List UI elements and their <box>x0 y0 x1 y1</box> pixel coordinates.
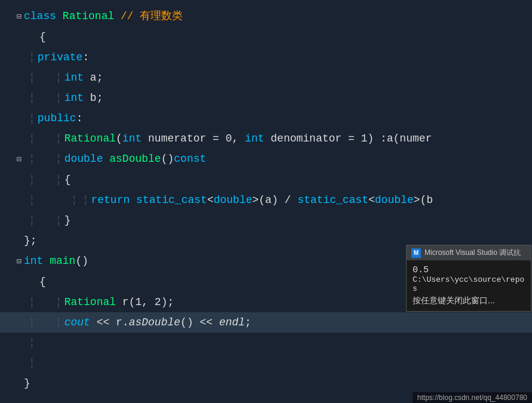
code-line: ¦¦int b; <box>0 88 532 108</box>
token-plain: : <box>82 51 89 63</box>
token-italic-func: asDouble <box>129 316 180 328</box>
indent-guides: ¦ <box>24 48 38 67</box>
token-plain <box>130 194 136 206</box>
token-plain: } <box>64 214 71 226</box>
token-kw-type: double <box>214 194 253 206</box>
line-content: return static_cast<double>(a) / static_c… <box>91 190 433 210</box>
code-line: ¦private: <box>0 47 532 67</box>
guide-bar: ¦ <box>29 68 35 87</box>
token-plain: r(1, 2); <box>116 296 174 308</box>
popup-path: C:\Users\ycc\source\repos <box>413 275 525 293</box>
indent-guides: ¦¦ <box>24 313 64 332</box>
token-plain: { <box>39 31 46 43</box>
line-content: { <box>39 272 46 291</box>
line-content: cout << r.asDouble() << endl; <box>64 313 251 332</box>
token-comment: // 有理数类 <box>121 10 183 22</box>
token-plain: a; <box>84 72 103 84</box>
fold-icon[interactable]: ⊟ <box>17 150 21 169</box>
fold-icon[interactable]: ⊟ <box>17 7 21 26</box>
token-kw-type: double <box>375 194 414 206</box>
code-editor: ⊟class Rational // 有理数类{¦private:¦¦int a… <box>0 0 532 403</box>
popup-hint: 按任意键关闭此窗口... <box>413 296 525 306</box>
line-content: { <box>64 170 71 189</box>
line-content: Rational(int numerator = 0, int denomina… <box>64 129 432 148</box>
token-plain: () <box>75 255 88 267</box>
guide-bar-2: ¦ <box>56 313 62 332</box>
code-line: ¦¦Rational(int numerator = 0, int denomi… <box>0 128 532 149</box>
line-content: int a; <box>64 68 103 87</box>
token-classname: Rational <box>64 296 116 308</box>
guide-bar-2: ¦ <box>56 88 62 107</box>
guide-bar-2: ¦ <box>56 149 62 168</box>
guide-bar: ¦ <box>29 109 35 128</box>
indent-guides: ¦¦ <box>24 293 64 312</box>
token-plain <box>56 10 63 22</box>
vs-icon: M <box>411 248 421 258</box>
code-line: ¦¦{ <box>0 170 532 190</box>
line-content: private: <box>38 48 89 67</box>
token-plain: numerator = 0, <box>142 133 245 144</box>
fold-icon[interactable]: ⊟ <box>17 252 21 271</box>
code-line: ¦ <box>0 333 532 353</box>
token-kw-type: int <box>245 133 264 144</box>
guide-bar: ¦ <box>29 313 35 332</box>
indent-guides: ¦¦ <box>24 129 64 148</box>
guide-bar-2: ¦ <box>56 293 62 312</box>
token-plain: >(a) / <box>253 194 298 206</box>
guide-bar: ¦ <box>29 190 35 210</box>
token-funcname: main <box>50 255 75 267</box>
indent-guides: ¦ <box>24 353 38 373</box>
popup-title: Microsoft Visual Studio 调试抗 <box>425 248 521 258</box>
token-plain: { <box>64 174 71 186</box>
line-content: int main() <box>24 251 88 270</box>
guide-bar: ¦ <box>29 333 35 352</box>
token-access: private <box>38 51 83 63</box>
indent-guides: ¦¦¦ <box>24 190 91 210</box>
token-plain: : <box>76 112 83 124</box>
code-line: } <box>0 373 532 393</box>
token-plain: ( <box>116 133 122 144</box>
token-kw: static_cast <box>136 194 207 206</box>
guide-bar: ¦ <box>29 353 35 373</box>
code-line: ¦ <box>0 353 532 373</box>
code-line: ¦¦¦return static_cast<double>(a) / stati… <box>0 190 532 210</box>
popup-window: M Microsoft Visual Studio 调试抗 0.5 C:\Use… <box>406 245 531 312</box>
guide-bar: ¦ <box>29 170 35 189</box>
token-plain: << r. <box>90 316 129 328</box>
token-kw-type: int <box>64 92 84 104</box>
line-content: }; <box>24 231 37 250</box>
line-content: { <box>39 27 46 47</box>
guide-bar: ¦ <box>29 48 35 67</box>
line-margin: ⊟ <box>0 150 24 169</box>
code-line: ¦¦cout << r.asDouble() << endl; <box>0 312 532 333</box>
indent-guides: ¦¦ <box>24 170 64 189</box>
code-line: ¦¦} <box>0 210 532 230</box>
guide-bar-2: ¦ <box>56 68 62 87</box>
code-line: ¦public: <box>0 108 532 128</box>
guide-bar-2: ¦ <box>56 211 62 230</box>
token-plain: () << <box>180 316 219 328</box>
token-funcname: asDouble <box>109 153 161 165</box>
token-cout-kw: cout <box>64 316 90 328</box>
token-classname: Rational <box>63 10 114 22</box>
code-line: ⊟¦¦double asDouble()const <box>0 149 532 170</box>
token-plain: b; <box>84 92 103 104</box>
token-kw: static_cast <box>297 194 368 206</box>
indent-guides: ¦¦ <box>24 68 64 87</box>
line-content: int b; <box>64 88 103 107</box>
output-value: 0.5 <box>413 265 525 275</box>
code-line: { <box>0 27 532 47</box>
line-content: public: <box>38 109 83 128</box>
token-plain <box>43 255 50 267</box>
line-content: Rational r(1, 2); <box>64 293 174 312</box>
guide-bar-2: ¦ <box>71 190 78 210</box>
token-plain: } <box>24 377 30 389</box>
popup-body: 0.5 C:\Users\ycc\source\repos 按任意键关闭此窗口.… <box>407 260 531 311</box>
token-plain <box>114 10 121 22</box>
line-content: class Rational // 有理数类 <box>24 7 183 26</box>
token-plain: { <box>39 276 46 288</box>
token-plain <box>103 153 109 165</box>
guide-bar: ¦ <box>29 293 35 312</box>
url-bar: https://blog.csdn.net/qq_44800780 <box>413 392 532 403</box>
token-plain: >(b <box>414 194 433 206</box>
